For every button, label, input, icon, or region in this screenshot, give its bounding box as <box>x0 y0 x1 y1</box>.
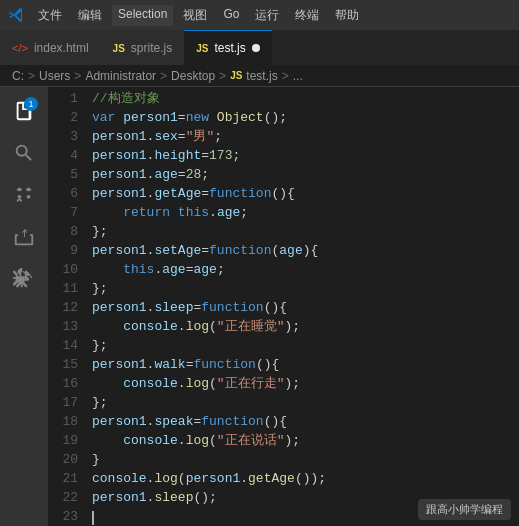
activity-run[interactable] <box>4 217 44 257</box>
tab-label-test-js: test.js <box>214 41 245 55</box>
code-content[interactable]: //构造对象 var person1=new Object(); person1… <box>88 87 519 526</box>
tab-test-js[interactable]: JS test.js <box>184 30 272 65</box>
vscode-logo <box>8 7 24 23</box>
tab-label-index-html: index.html <box>34 41 89 55</box>
files-badge: 1 <box>24 97 38 111</box>
tab-index-html[interactable]: </> index.html <box>0 30 101 65</box>
js-icon-sprite: JS <box>113 43 125 54</box>
menu-run[interactable]: 运行 <box>249 5 285 26</box>
code-line-8: }; <box>88 222 519 241</box>
code-line-10: this.age=age; <box>88 260 519 279</box>
code-line-9: person1.setAge=function(age){ <box>88 241 519 260</box>
tab-sprite-js[interactable]: JS sprite.js <box>101 30 185 65</box>
code-line-12: person1.sleep=function(){ <box>88 298 519 317</box>
code-line-17: }; <box>88 393 519 412</box>
breadcrumb: C: > Users > Administrator > Desktop > J… <box>0 65 519 87</box>
code-line-20: } <box>88 450 519 469</box>
menu-go[interactable]: Go <box>217 5 245 26</box>
code-line-16: console.log("正在行走"); <box>88 374 519 393</box>
menu-selection[interactable]: Selection <box>112 5 173 26</box>
breadcrumb-path: C: <box>12 69 24 83</box>
html-icon: </> <box>12 42 28 54</box>
js-icon-test: JS <box>196 43 208 54</box>
code-line-4: person1.height=173; <box>88 146 519 165</box>
activity-files[interactable]: 1 <box>4 91 44 131</box>
activity-source-control[interactable] <box>4 175 44 215</box>
watermark: 跟高小帅学编程 <box>418 499 511 520</box>
menu-terminal[interactable]: 终端 <box>289 5 325 26</box>
code-line-15: person1.walk=function(){ <box>88 355 519 374</box>
menu-edit[interactable]: 编辑 <box>72 5 108 26</box>
code-line-19: console.log("正在说话"); <box>88 431 519 450</box>
code-line-5: person1.age=28; <box>88 165 519 184</box>
menu-view[interactable]: 视图 <box>177 5 213 26</box>
menu-file[interactable]: 文件 <box>32 5 68 26</box>
menu-bar: 文件 编辑 Selection 视图 Go 运行 终端 帮助 <box>32 5 365 26</box>
tab-modified-dot <box>252 44 260 52</box>
tab-bar: </> index.html JS sprite.js JS test.js <box>0 30 519 65</box>
menu-help[interactable]: 帮助 <box>329 5 365 26</box>
code-line-7: return this.age; <box>88 203 519 222</box>
code-line-11: }; <box>88 279 519 298</box>
code-line-18: person1.speak=function(){ <box>88 412 519 431</box>
code-line-13: console.log("正在睡觉"); <box>88 317 519 336</box>
code-line-2: var person1=new Object(); <box>88 108 519 127</box>
code-line-3: person1.sex="男"; <box>88 127 519 146</box>
line-numbers: 1 2 3 4 5 6 7 8 9 10 11 12 13 14 15 16 1… <box>48 87 88 526</box>
activity-search[interactable] <box>4 133 44 173</box>
titlebar: 文件 编辑 Selection 视图 Go 运行 终端 帮助 <box>0 0 519 30</box>
code-line-14: }; <box>88 336 519 355</box>
activity-bar: 1 <box>0 87 48 526</box>
editor-area: 1 1 2 3 4 5 <box>0 87 519 526</box>
code-line-21: console.log(person1.getAge()); <box>88 469 519 488</box>
activity-extensions[interactable] <box>4 259 44 299</box>
code-line-6: person1.getAge=function(){ <box>88 184 519 203</box>
code-editor: 1 2 3 4 5 6 7 8 9 10 11 12 13 14 15 16 1… <box>48 87 519 526</box>
tab-label-sprite-js: sprite.js <box>131 41 172 55</box>
code-line-1: //构造对象 <box>88 89 519 108</box>
